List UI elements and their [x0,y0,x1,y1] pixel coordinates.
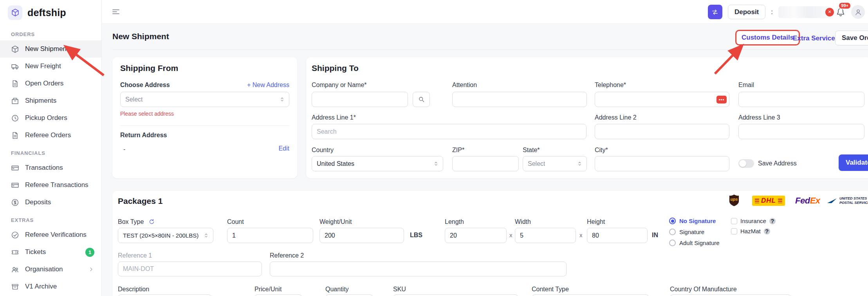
validate-button[interactable]: Validate [839,154,868,171]
sidebar-item-label: Tickets [25,248,46,256]
height-input[interactable] [587,228,648,243]
extra-services-link[interactable]: Extra Services [793,35,839,42]
refresh-icon[interactable] [148,218,155,225]
item-quantity-input[interactable] [325,294,373,296]
swap-button[interactable] [708,5,722,19]
state-label: State* [523,147,540,154]
radio-adult-signature[interactable]: Adult Signature [669,240,720,246]
reference2-input[interactable] [270,261,567,276]
sidebar-item-referee-transactions[interactable]: Referee Transactions [0,176,101,194]
sidebar-item-organisation[interactable]: Organisation [0,261,101,278]
sidebar-section-financials: FINANCIALS [0,144,101,159]
ups-text: ups [731,197,738,202]
customs-details-button[interactable]: Customs Details [735,30,800,45]
country-select[interactable]: United States [312,156,443,171]
account-prefix: : [771,8,773,16]
telephone-extension-icon[interactable]: ••• [716,96,727,104]
length-label: Length [445,218,464,225]
reference1-input[interactable] [118,261,262,276]
radio-signature[interactable]: Signature [669,229,704,235]
radio-label: No Signature [679,218,716,224]
sidebar-item-label: Shipments [25,97,56,105]
sidebar-item-referee-orders[interactable]: Referee Orders [0,127,101,144]
document-icon [11,80,19,88]
zip-input[interactable] [452,156,519,171]
menu-toggle-icon[interactable] [111,7,121,16]
tickets-count-badge: 1 [85,248,94,257]
fedex-ex-text: Ex [810,196,820,206]
sidebar-item-label: New Shipment [25,45,69,53]
page-title: New Shipment [112,32,169,41]
telephone-input[interactable] [595,92,729,107]
shipping-from-card: Shipping From Choose Address + New Addre… [112,57,297,178]
sidebar-item-deposits[interactable]: Deposits [0,194,101,211]
company-input[interactable] [312,92,408,107]
sidebar-item-transactions[interactable]: Transactions [0,159,101,176]
sidebar-item-label: Pickup Orders [25,114,67,122]
item-sku-input[interactable] [393,294,518,296]
attention-input[interactable] [452,92,587,107]
box-type-select[interactable]: TEST (20×5×80IN - 200LBS) [118,228,213,243]
select-updown-icon [203,232,209,238]
brand-name: deftship [27,7,66,18]
address-line2-input[interactable] [595,124,729,139]
insurance-label: Insurance [740,218,766,224]
radio-no-signature[interactable]: No Signature [669,218,716,224]
width-input[interactable] [515,228,576,243]
radio-label: Signature [679,229,704,235]
sidebar-item-referee-verifications[interactable]: Referee Verifications [0,226,101,243]
insurance-help-icon[interactable]: ? [769,218,776,224]
choose-address-select[interactable]: Select [120,92,289,107]
sidebar-item-tickets[interactable]: Tickets 1 [0,243,101,261]
item-content-type-input[interactable] [532,294,649,296]
deposit-button[interactable]: Deposit [728,5,765,19]
notifications-bell[interactable]: 99+ [836,7,846,17]
truck-icon [11,62,19,71]
sidebar-item-label: Referee Orders [25,131,71,139]
account-alert-badge: ✕ [825,8,834,16]
edit-return-address-link[interactable]: Edit [278,145,289,152]
brand-logo[interactable]: deftship [0,0,101,25]
hazmat-label: HazMat [740,228,761,234]
country-value: United States [317,160,354,167]
item-country-input[interactable] [670,294,791,296]
usps-eagle-icon [827,198,837,204]
sidebar-item-label: V1 Archive [25,283,57,291]
item-col-description: Description [118,286,149,293]
save-order-button[interactable]: Save Order [835,31,868,45]
sidebar-item-pickup-orders[interactable]: Pickup Orders [0,109,101,127]
save-address-toggle[interactable] [738,159,754,168]
state-select[interactable]: Select [523,156,587,171]
user-avatar[interactable] [851,5,865,19]
count-input[interactable] [227,228,313,243]
multiply-symbol: x [509,232,512,238]
sidebar-item-v1-archive[interactable]: V1 Archive [0,278,101,295]
box-type-label: Box Type [118,218,144,225]
ups-logo: ups [729,194,740,207]
attention-label: Attention [452,82,477,89]
insurance-checkbox-row[interactable]: Insurance ? [731,218,776,224]
length-input[interactable] [445,228,507,243]
item-price-input[interactable] [254,294,302,296]
address-line3-input[interactable] [738,124,864,139]
address-line1-input[interactable] [312,124,586,139]
account-name-redacted[interactable]: ✕ [778,6,830,18]
usps-line1: UNITED STATES [839,196,867,200]
city-input[interactable] [595,156,729,171]
company-search-button[interactable] [413,92,430,107]
radio-dot [669,240,676,246]
item-description-input[interactable] [118,294,212,296]
email-input[interactable] [738,92,864,107]
weight-input[interactable] [319,228,404,243]
sidebar-item-new-shipment[interactable]: New Shipment [0,40,101,58]
hazmat-help-icon[interactable]: ? [764,228,770,234]
shipping-from-title: Shipping From [120,64,178,73]
new-address-link[interactable]: + New Address [247,82,289,89]
package-icon [11,45,19,53]
sidebar-item-shipments[interactable]: Shipments [0,92,101,109]
save-address-row: Save Address [738,159,797,168]
sidebar-item-new-freight[interactable]: New Freight [0,58,101,75]
sidebar-item-open-orders[interactable]: Open Orders [0,75,101,92]
ups-shield-icon: ups [729,194,740,207]
hazmat-checkbox-row[interactable]: HazMat ? [731,228,770,234]
